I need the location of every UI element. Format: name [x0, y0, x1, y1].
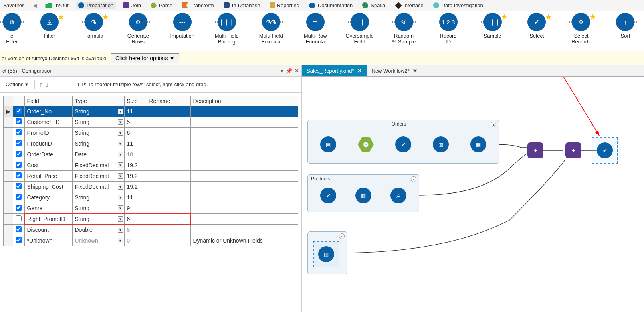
field-description-cell[interactable]	[190, 106, 298, 117]
select-tool-2[interactable]: ✔	[320, 188, 336, 203]
category-tab-interface[interactable]: Interface	[394, 2, 426, 9]
palette-tool-formula[interactable]: ⚗★Formula	[75, 13, 112, 39]
field-description-cell[interactable]	[190, 117, 298, 128]
field-size-cell[interactable]: 11	[124, 192, 147, 203]
field-rename-cell[interactable]	[147, 235, 190, 246]
summarize-tool[interactable]: ▦	[470, 136, 486, 152]
update-options-button[interactable]: Click here for options ▼	[111, 53, 179, 63]
type-dropdown-icon[interactable]: ▾	[118, 173, 123, 179]
category-tab-data-investigation[interactable]: Data Investigation	[431, 2, 485, 9]
field-type-cell[interactable]: String▾	[72, 214, 124, 225]
table-row[interactable]: Shipping_CostFixedDecimal▾19.2	[4, 182, 298, 192]
nav-left-icon[interactable]: ◀	[32, 2, 38, 8]
field-type-cell[interactable]: Date▾	[72, 149, 124, 160]
field-type-cell[interactable]: FixedDecimal▾	[72, 182, 124, 192]
field-name-cell[interactable]: Category	[24, 192, 72, 203]
field-name-cell[interactable]: Retail_Price	[24, 171, 72, 182]
row-handle[interactable]	[4, 128, 13, 138]
row-handle[interactable]	[4, 235, 13, 246]
field-rename-cell[interactable]	[147, 117, 190, 128]
field-size-cell[interactable]: 0	[124, 235, 147, 246]
field-description-cell[interactable]	[190, 225, 298, 235]
row-checkbox[interactable]	[16, 194, 22, 200]
type-dropdown-icon[interactable]: ▾	[118, 205, 123, 211]
row-handle[interactable]	[4, 214, 13, 225]
type-dropdown-icon[interactable]: ▾	[118, 130, 123, 136]
type-dropdown-icon[interactable]: ▾	[118, 119, 123, 125]
field-name-cell[interactable]: ProductID	[24, 138, 72, 149]
field-type-cell[interactable]: String▾	[72, 117, 124, 128]
field-name-cell[interactable]: Customer_ID	[24, 117, 72, 128]
row-checkbox[interactable]	[16, 237, 22, 243]
field-type-cell[interactable]: String▾	[72, 106, 124, 117]
field-name-cell[interactable]: Order_No	[24, 106, 72, 117]
category-tab-transform[interactable]: Transform	[180, 2, 216, 9]
field-size-cell[interactable]: 10	[124, 149, 147, 160]
row-checkbox[interactable]	[16, 226, 22, 232]
row-checkbox[interactable]	[16, 140, 22, 146]
field-name-cell[interactable]: Right_PromoID	[24, 214, 72, 225]
field-size-cell[interactable]: 19.2	[124, 171, 147, 182]
row-handle[interactable]	[4, 182, 13, 192]
move-up-button[interactable]: ↑	[39, 80, 43, 89]
field-type-cell[interactable]: Double▾	[72, 225, 124, 235]
category-tab-reporting[interactable]: Reporting	[268, 2, 302, 9]
field-description-cell[interactable]	[190, 160, 298, 171]
palette-tool-random-sample[interactable]: %Random % Sample	[385, 13, 422, 45]
workflow-canvas[interactable]: Orders ▴ ▤ 🕒 ✔ ▥ ▦ Products ▴ ✔ ▥ ◬ ▴ ▥	[302, 77, 644, 312]
palette-tool-imputation[interactable]: •••Imputation	[164, 13, 201, 39]
table-row[interactable]: GenreString▾9	[4, 203, 298, 214]
row-handle[interactable]	[4, 225, 13, 235]
table-row[interactable]: DiscountDouble▾8	[4, 225, 298, 235]
row-checkbox[interactable]	[16, 151, 22, 157]
field-name-cell[interactable]: Discount	[24, 225, 72, 235]
category-tab-parse[interactable]: Parse	[148, 2, 175, 9]
field-size-cell[interactable]: 6	[124, 214, 147, 225]
table-row[interactable]: CategoryString▾11	[4, 192, 298, 203]
field-type-cell[interactable]: String▾	[72, 128, 124, 138]
field-rename-cell[interactable]	[147, 149, 190, 160]
field-size-cell[interactable]: 8	[124, 225, 147, 235]
type-dropdown-icon[interactable]: ▾	[118, 184, 123, 190]
row-handle[interactable]: ▶	[4, 106, 13, 117]
field-description-cell[interactable]	[190, 149, 298, 160]
row-handle[interactable]	[4, 203, 13, 214]
table-row[interactable]: ProductIDString▾11	[4, 138, 298, 149]
palette-tool-sample[interactable]: ❘❘❘★Sample	[474, 13, 511, 39]
field-description-cell[interactable]	[190, 214, 298, 225]
pin-icon[interactable]: 📌	[286, 68, 292, 74]
table-row[interactable]: PromoIDString▾6	[4, 128, 298, 138]
row-checkbox[interactable]	[16, 183, 22, 189]
table-row[interactable]: Right_PromoIDString▾6	[4, 214, 298, 225]
type-dropdown-icon[interactable]: ▾	[118, 195, 123, 200]
row-checkbox[interactable]	[16, 172, 22, 178]
col-size[interactable]: Size	[124, 96, 147, 106]
col-description[interactable]: Description	[190, 96, 298, 106]
close-tab-icon[interactable]: ✕	[357, 68, 362, 74]
filter-tool[interactable]: ◬	[390, 188, 406, 203]
field-description-cell[interactable]	[190, 203, 298, 214]
field-rename-cell[interactable]	[147, 106, 190, 117]
text-to-columns-tool-2[interactable]: ▥	[355, 188, 371, 203]
field-name-cell[interactable]: Genre	[24, 203, 72, 214]
field-type-cell[interactable]: String▾	[72, 203, 124, 214]
col-rename[interactable]: Rename	[147, 96, 190, 106]
input-data-tool[interactable]: ▤	[320, 136, 336, 152]
col-type[interactable]: Type	[72, 96, 124, 106]
field-type-cell[interactable]: FixedDecimal▾	[72, 160, 124, 171]
palette-tool-e-filter[interactable]: ⧉e Filter	[0, 13, 24, 45]
category-tab-spatial[interactable]: Spatial	[360, 2, 389, 9]
palette-tool-select-records[interactable]: ✥★Select Records	[563, 13, 600, 45]
category-tab-in-database[interactable]: In-Database	[221, 2, 263, 9]
join-tool-2[interactable]: ✦	[565, 142, 581, 158]
row-checkbox[interactable]	[16, 118, 22, 124]
document-tab[interactable]: New Workflow2*✕	[367, 65, 422, 76]
table-row[interactable]: Customer_IDString▾5	[4, 117, 298, 128]
row-handle[interactable]	[4, 138, 13, 149]
col-field[interactable]: Field	[24, 96, 72, 106]
category-tab-documentation[interactable]: Documentation	[307, 2, 355, 9]
text-to-columns-tool-3[interactable]: ▥	[318, 246, 334, 262]
field-name-cell[interactable]: *Unknown	[24, 235, 72, 246]
field-description-cell[interactable]: Dynamic or Unknown Fields	[190, 235, 298, 246]
field-size-cell[interactable]: 19.2	[124, 160, 147, 171]
